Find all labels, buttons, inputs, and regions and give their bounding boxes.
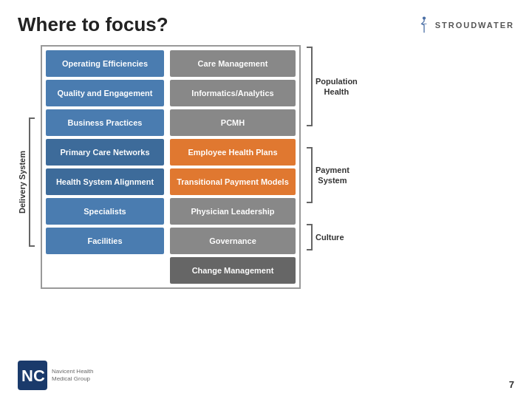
cell-specialists: Specialists: [46, 198, 164, 225]
cell-pcmh: PCMH: [170, 109, 296, 136]
footer-text: Navicent Health Medical Group: [52, 368, 93, 383]
cell-quality-engagement: Quality and Engagement: [46, 80, 164, 106]
cell-business-practices: Business Practices: [46, 109, 164, 136]
row-6: Specialists Physician Leadership: [46, 198, 296, 225]
row-4: Primary Care Networks Employee Health Pl…: [46, 139, 296, 166]
cell-operating-efficiencies: Operating Efficiencies: [46, 50, 164, 77]
page: Where to focus? Stroudwater Delivery Sys…: [0, 0, 532, 399]
cell-governance: Governance: [170, 228, 296, 254]
row-1: Operating Efficiencies Care Management: [46, 50, 296, 77]
stroudwater-logo-icon: [417, 16, 431, 34]
cell-change-management: Change Management: [170, 257, 296, 284]
row-3: Business Practices PCMH: [46, 109, 296, 136]
culture-label: Culture: [316, 232, 344, 242]
culture-group: Culture: [307, 222, 358, 252]
header: Where to focus? Stroudwater: [18, 13, 514, 36]
payment-system-label: PaymentSystem: [316, 165, 349, 186]
svg-text:NC: NC: [21, 366, 45, 385]
population-health-group: PopulationHealth: [307, 45, 358, 128]
payment-system-group: PaymentSystem: [307, 146, 358, 205]
main-frame: Operating Efficiencies Care Management Q…: [41, 45, 301, 289]
row-2: Quality and Engagement Informatics/Analy…: [46, 80, 296, 106]
cell-employee-health-plans: Employee Health Plans: [170, 139, 296, 166]
cell-primary-care-networks: Primary Care Networks: [46, 139, 164, 166]
cell-physician-leadership: Physician Leadership: [170, 198, 296, 225]
page-number: 7: [509, 379, 514, 390]
row-bottom: Change Management: [46, 257, 296, 284]
population-health-label: PopulationHealth: [316, 76, 358, 98]
svg-point-0: [422, 16, 425, 19]
page-title: Where to focus?: [18, 13, 168, 36]
cell-informatics-analytics: Informatics/Analytics: [170, 80, 296, 106]
cell-transitional-payment-models: Transitional Payment Models: [170, 168, 296, 195]
cell-health-system-alignment: Health System Alignment: [46, 168, 164, 195]
cell-care-management: Care Management: [170, 50, 296, 77]
logo-text: Stroudwater: [435, 21, 514, 30]
row-7: Facilities Governance: [46, 228, 296, 254]
delivery-system-label: Delivery System: [18, 117, 27, 247]
cell-facilities: Facilities: [46, 228, 164, 254]
footer: NC Navicent Health Medical Group: [18, 361, 93, 390]
row-5: Health System Alignment Transitional Pay…: [46, 168, 296, 195]
nc-logo-icon: NC: [18, 361, 47, 390]
logo-area: Stroudwater: [417, 13, 514, 34]
